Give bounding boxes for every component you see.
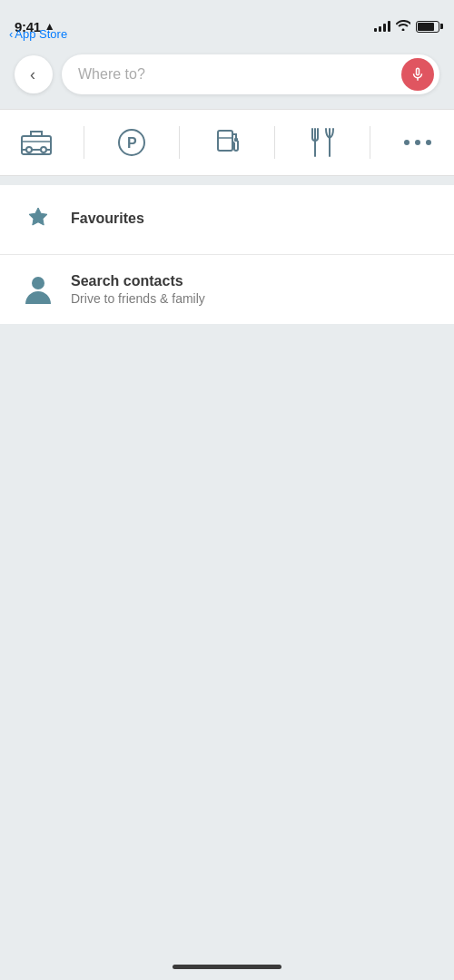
status-right bbox=[374, 19, 439, 34]
home-indicator bbox=[173, 965, 281, 969]
parking-garage-icon bbox=[18, 124, 54, 161]
search-contacts-subtitle: Drive to friends & family bbox=[71, 291, 436, 306]
category-fuel[interactable] bbox=[202, 124, 252, 161]
wifi-icon bbox=[396, 19, 410, 34]
svg-rect-6 bbox=[234, 138, 238, 142]
svg-point-1 bbox=[26, 147, 32, 152]
svg-point-2 bbox=[41, 147, 46, 152]
category-restaurant[interactable] bbox=[297, 124, 348, 161]
svg-point-12 bbox=[426, 140, 431, 145]
search-area: ‹ Where to? bbox=[0, 45, 454, 109]
divider bbox=[179, 126, 180, 159]
favourites-item[interactable]: Favourites bbox=[0, 185, 454, 255]
search-bar[interactable]: Where to? bbox=[62, 54, 439, 94]
microphone-button[interactable] bbox=[401, 58, 434, 91]
person-icon bbox=[24, 273, 53, 306]
microphone-icon bbox=[410, 66, 426, 83]
more-icon bbox=[400, 124, 436, 161]
back-button[interactable]: ‹ bbox=[15, 55, 53, 93]
parking-icon: P bbox=[114, 124, 150, 161]
svg-text:P: P bbox=[127, 135, 137, 151]
category-parking-garage[interactable] bbox=[11, 124, 62, 161]
svg-rect-5 bbox=[218, 131, 232, 151]
restaurant-icon bbox=[304, 124, 340, 161]
back-icon: ‹ bbox=[30, 65, 35, 84]
svg-point-11 bbox=[415, 140, 420, 145]
category-row: P bbox=[0, 109, 454, 176]
divider bbox=[370, 126, 370, 159]
favourites-title: Favourites bbox=[71, 211, 436, 227]
app-store-back[interactable]: ‹ App Store bbox=[9, 27, 67, 41]
search-contacts-item[interactable]: Search contacts Drive to friends & famil… bbox=[0, 255, 454, 324]
divider bbox=[84, 126, 84, 159]
app-store-label: App Store bbox=[15, 27, 67, 41]
search-contacts-title: Search contacts bbox=[71, 273, 436, 289]
search-placeholder: Where to? bbox=[78, 66, 401, 83]
list-section: Favourites Search contacts Drive to frie… bbox=[0, 185, 454, 324]
svg-point-10 bbox=[404, 140, 410, 145]
category-parking[interactable]: P bbox=[106, 124, 157, 161]
signal-bars-icon bbox=[374, 21, 390, 32]
category-more[interactable] bbox=[392, 124, 443, 161]
status-bar: 9:41 ▲ bbox=[0, 0, 454, 45]
search-contacts-text: Search contacts Drive to friends & famil… bbox=[71, 273, 436, 306]
fuel-icon bbox=[209, 124, 245, 161]
back-chevron-icon: ‹ bbox=[9, 27, 13, 41]
favourites-text: Favourites bbox=[71, 211, 436, 229]
battery-icon bbox=[416, 21, 439, 33]
svg-point-13 bbox=[32, 277, 44, 289]
star-icon bbox=[24, 205, 53, 234]
favourites-icon-wrap bbox=[18, 200, 58, 240]
divider bbox=[274, 126, 275, 159]
contacts-icon-wrap bbox=[18, 270, 58, 309]
